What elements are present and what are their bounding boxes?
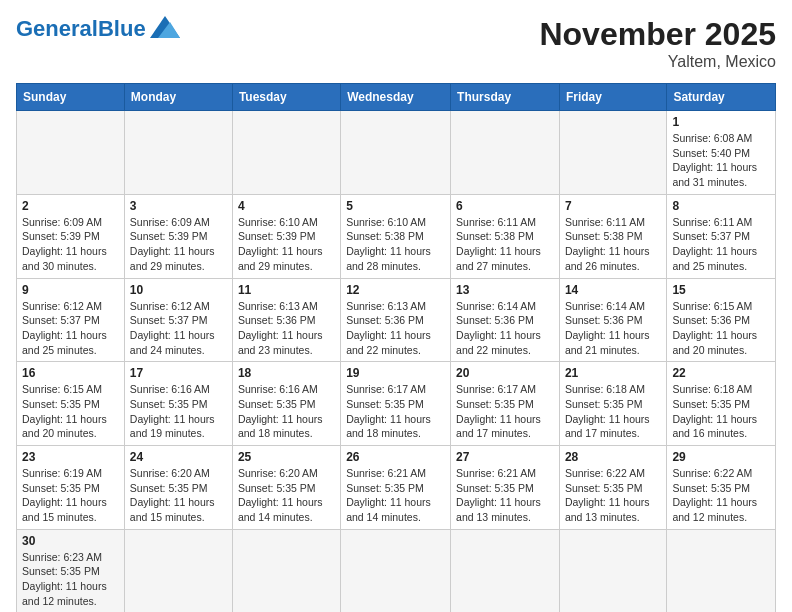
day-number-22: 22 [672, 366, 770, 380]
calendar-cell-11: 6Sunrise: 6:11 AM Sunset: 5:38 PM Daylig… [451, 194, 560, 278]
day-info-13: Sunrise: 6:14 AM Sunset: 5:36 PM Dayligh… [456, 299, 554, 358]
day-info-14: Sunrise: 6:14 AM Sunset: 5:36 PM Dayligh… [565, 299, 661, 358]
calendar-cell-34: 29Sunrise: 6:22 AM Sunset: 5:35 PM Dayli… [667, 446, 776, 530]
day-number-20: 20 [456, 366, 554, 380]
calendar-cell-33: 28Sunrise: 6:22 AM Sunset: 5:35 PM Dayli… [559, 446, 666, 530]
calendar-cell-36 [124, 529, 232, 612]
day-info-28: Sunrise: 6:22 AM Sunset: 5:35 PM Dayligh… [565, 466, 661, 525]
day-number-6: 6 [456, 199, 554, 213]
calendar-cell-17: 12Sunrise: 6:13 AM Sunset: 5:36 PM Dayli… [341, 278, 451, 362]
day-number-11: 11 [238, 283, 335, 297]
calendar-cell-12: 7Sunrise: 6:11 AM Sunset: 5:38 PM Daylig… [559, 194, 666, 278]
day-number-14: 14 [565, 283, 661, 297]
day-info-7: Sunrise: 6:11 AM Sunset: 5:38 PM Dayligh… [565, 215, 661, 274]
day-info-2: Sunrise: 6:09 AM Sunset: 5:39 PM Dayligh… [22, 215, 119, 274]
day-info-26: Sunrise: 6:21 AM Sunset: 5:35 PM Dayligh… [346, 466, 445, 525]
day-number-5: 5 [346, 199, 445, 213]
day-info-27: Sunrise: 6:21 AM Sunset: 5:35 PM Dayligh… [456, 466, 554, 525]
day-number-2: 2 [22, 199, 119, 213]
logo-icon [150, 16, 180, 38]
weekday-header-row: SundayMondayTuesdayWednesdayThursdayFrid… [17, 84, 776, 111]
calendar-cell-41 [667, 529, 776, 612]
calendar-week-row-0: 1Sunrise: 6:08 AM Sunset: 5:40 PM Daylig… [17, 111, 776, 195]
calendar-week-row-3: 16Sunrise: 6:15 AM Sunset: 5:35 PM Dayli… [17, 362, 776, 446]
calendar-cell-22: 17Sunrise: 6:16 AM Sunset: 5:35 PM Dayli… [124, 362, 232, 446]
day-number-27: 27 [456, 450, 554, 464]
day-info-3: Sunrise: 6:09 AM Sunset: 5:39 PM Dayligh… [130, 215, 227, 274]
day-number-26: 26 [346, 450, 445, 464]
day-info-11: Sunrise: 6:13 AM Sunset: 5:36 PM Dayligh… [238, 299, 335, 358]
day-number-13: 13 [456, 283, 554, 297]
day-info-25: Sunrise: 6:20 AM Sunset: 5:35 PM Dayligh… [238, 466, 335, 525]
calendar-week-row-5: 30Sunrise: 6:23 AM Sunset: 5:35 PM Dayli… [17, 529, 776, 612]
day-info-18: Sunrise: 6:16 AM Sunset: 5:35 PM Dayligh… [238, 382, 335, 441]
day-number-25: 25 [238, 450, 335, 464]
calendar-cell-39 [451, 529, 560, 612]
calendar-cell-2 [232, 111, 340, 195]
day-number-18: 18 [238, 366, 335, 380]
day-number-24: 24 [130, 450, 227, 464]
calendar-cell-6: 1Sunrise: 6:08 AM Sunset: 5:40 PM Daylig… [667, 111, 776, 195]
month-title: November 2025 [539, 16, 776, 53]
day-info-16: Sunrise: 6:15 AM Sunset: 5:35 PM Dayligh… [22, 382, 119, 441]
day-info-1: Sunrise: 6:08 AM Sunset: 5:40 PM Dayligh… [672, 131, 770, 190]
calendar-cell-37 [232, 529, 340, 612]
day-info-4: Sunrise: 6:10 AM Sunset: 5:39 PM Dayligh… [238, 215, 335, 274]
day-info-29: Sunrise: 6:22 AM Sunset: 5:35 PM Dayligh… [672, 466, 770, 525]
calendar-cell-5 [559, 111, 666, 195]
calendar-cell-19: 14Sunrise: 6:14 AM Sunset: 5:36 PM Dayli… [559, 278, 666, 362]
weekday-header-thursday: Thursday [451, 84, 560, 111]
day-info-30: Sunrise: 6:23 AM Sunset: 5:35 PM Dayligh… [22, 550, 119, 609]
calendar-cell-16: 11Sunrise: 6:13 AM Sunset: 5:36 PM Dayli… [232, 278, 340, 362]
calendar-cell-15: 10Sunrise: 6:12 AM Sunset: 5:37 PM Dayli… [124, 278, 232, 362]
calendar-cell-1 [124, 111, 232, 195]
calendar-cell-18: 13Sunrise: 6:14 AM Sunset: 5:36 PM Dayli… [451, 278, 560, 362]
day-number-12: 12 [346, 283, 445, 297]
day-number-10: 10 [130, 283, 227, 297]
calendar-week-row-2: 9Sunrise: 6:12 AM Sunset: 5:37 PM Daylig… [17, 278, 776, 362]
day-number-1: 1 [672, 115, 770, 129]
logo-text: GeneralBlue [16, 16, 146, 42]
calendar-cell-30: 25Sunrise: 6:20 AM Sunset: 5:35 PM Dayli… [232, 446, 340, 530]
calendar-cell-8: 3Sunrise: 6:09 AM Sunset: 5:39 PM Daylig… [124, 194, 232, 278]
weekday-header-tuesday: Tuesday [232, 84, 340, 111]
day-number-29: 29 [672, 450, 770, 464]
weekday-header-wednesday: Wednesday [341, 84, 451, 111]
calendar-week-row-1: 2Sunrise: 6:09 AM Sunset: 5:39 PM Daylig… [17, 194, 776, 278]
logo: GeneralBlue [16, 16, 180, 42]
calendar-cell-20: 15Sunrise: 6:15 AM Sunset: 5:36 PM Dayli… [667, 278, 776, 362]
day-number-7: 7 [565, 199, 661, 213]
calendar-cell-26: 21Sunrise: 6:18 AM Sunset: 5:35 PM Dayli… [559, 362, 666, 446]
day-number-3: 3 [130, 199, 227, 213]
weekday-header-sunday: Sunday [17, 84, 125, 111]
day-number-16: 16 [22, 366, 119, 380]
calendar-cell-23: 18Sunrise: 6:16 AM Sunset: 5:35 PM Dayli… [232, 362, 340, 446]
calendar-cell-3 [341, 111, 451, 195]
day-info-8: Sunrise: 6:11 AM Sunset: 5:37 PM Dayligh… [672, 215, 770, 274]
day-info-23: Sunrise: 6:19 AM Sunset: 5:35 PM Dayligh… [22, 466, 119, 525]
day-info-15: Sunrise: 6:15 AM Sunset: 5:36 PM Dayligh… [672, 299, 770, 358]
calendar-cell-21: 16Sunrise: 6:15 AM Sunset: 5:35 PM Dayli… [17, 362, 125, 446]
calendar-cell-32: 27Sunrise: 6:21 AM Sunset: 5:35 PM Dayli… [451, 446, 560, 530]
day-number-4: 4 [238, 199, 335, 213]
calendar-cell-38 [341, 529, 451, 612]
day-number-23: 23 [22, 450, 119, 464]
logo-blue: Blue [98, 16, 146, 41]
calendar-cell-29: 24Sunrise: 6:20 AM Sunset: 5:35 PM Dayli… [124, 446, 232, 530]
title-block: November 2025 Yaltem, Mexico [539, 16, 776, 71]
logo-general: General [16, 16, 98, 41]
weekday-header-friday: Friday [559, 84, 666, 111]
day-info-17: Sunrise: 6:16 AM Sunset: 5:35 PM Dayligh… [130, 382, 227, 441]
day-info-24: Sunrise: 6:20 AM Sunset: 5:35 PM Dayligh… [130, 466, 227, 525]
day-number-8: 8 [672, 199, 770, 213]
day-number-30: 30 [22, 534, 119, 548]
calendar-cell-10: 5Sunrise: 6:10 AM Sunset: 5:38 PM Daylig… [341, 194, 451, 278]
calendar-cell-25: 20Sunrise: 6:17 AM Sunset: 5:35 PM Dayli… [451, 362, 560, 446]
day-number-21: 21 [565, 366, 661, 380]
calendar-cell-4 [451, 111, 560, 195]
day-info-5: Sunrise: 6:10 AM Sunset: 5:38 PM Dayligh… [346, 215, 445, 274]
day-info-9: Sunrise: 6:12 AM Sunset: 5:37 PM Dayligh… [22, 299, 119, 358]
calendar-cell-7: 2Sunrise: 6:09 AM Sunset: 5:39 PM Daylig… [17, 194, 125, 278]
day-info-20: Sunrise: 6:17 AM Sunset: 5:35 PM Dayligh… [456, 382, 554, 441]
calendar-cell-9: 4Sunrise: 6:10 AM Sunset: 5:39 PM Daylig… [232, 194, 340, 278]
